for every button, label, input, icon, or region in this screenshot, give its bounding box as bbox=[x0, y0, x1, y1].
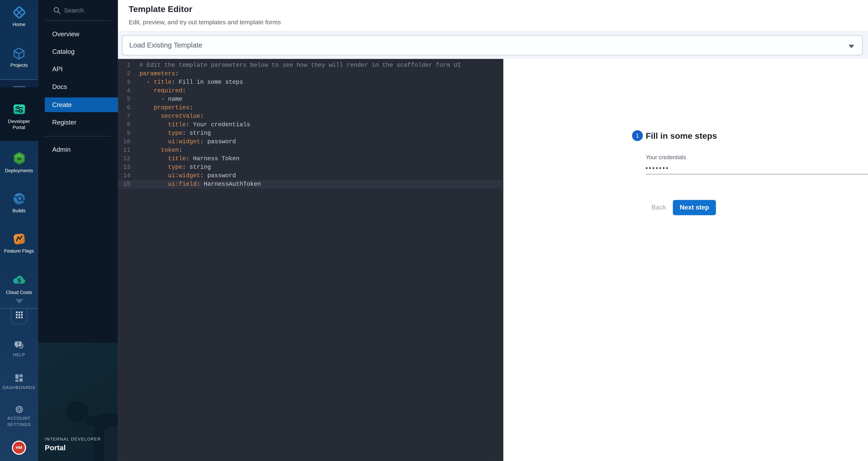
code-line[interactable]: 2parameters: bbox=[118, 70, 503, 78]
decorative-rounded-rect-inner bbox=[104, 426, 118, 461]
sidebar-item-deployments[interactable]: ∞ Deployments bbox=[0, 151, 38, 174]
help-chat-icon: ? bbox=[13, 340, 24, 350]
code-lines: 1# Edit the template parameters below to… bbox=[118, 61, 503, 189]
sidebar-item-projects[interactable]: Projects bbox=[0, 46, 38, 68]
page-subtitle: Edit, preview, and try out templates and… bbox=[129, 19, 281, 26]
code-line[interactable]: 4 required: bbox=[118, 87, 503, 95]
step-number: 1 bbox=[636, 132, 639, 139]
sidebar-item-dashboards[interactable]: DASHBOARDS bbox=[0, 373, 38, 391]
sidebar-item-api[interactable]: API bbox=[38, 62, 118, 76]
sidebar-item-builds[interactable]: Builds bbox=[0, 192, 38, 214]
sidebar-item-label: Cloud Costs bbox=[0, 290, 38, 296]
step-number-badge: 1 bbox=[632, 130, 643, 141]
line-number: 12 bbox=[118, 155, 130, 163]
line-number: 11 bbox=[118, 146, 130, 155]
primary-sidebar: Home Projects bbox=[0, 0, 38, 461]
dashboards-icon bbox=[14, 373, 24, 383]
line-number: 3 bbox=[118, 78, 130, 87]
code-line[interactable]: 11 token: bbox=[118, 146, 503, 155]
code-line[interactable]: 12 title: Harness Token bbox=[118, 155, 503, 163]
sidebar-item-create[interactable]: Create bbox=[45, 97, 118, 112]
main-content: Template Editor Edit, preview, and try o… bbox=[118, 0, 868, 461]
code-line[interactable]: 3 - title: Fill in some steps bbox=[118, 78, 503, 87]
sidebar-item-admin[interactable]: Admin bbox=[38, 142, 118, 157]
sidebar-item-cloud-costs[interactable]: $ Cloud Costs bbox=[0, 273, 38, 296]
sidebar-item-register[interactable]: Register bbox=[38, 115, 118, 130]
line-number: 10 bbox=[118, 137, 130, 146]
deployments-icon: ∞ bbox=[12, 151, 26, 161]
sidebar-item-catalog[interactable]: Catalog bbox=[38, 44, 118, 59]
sidebar-divider bbox=[45, 136, 111, 136]
svg-text:?: ? bbox=[17, 341, 20, 347]
portal-brand: INTERNAL DEVELOPER Portal bbox=[45, 437, 101, 452]
line-number: 15 bbox=[118, 180, 130, 189]
sidebar-item-home[interactable]: Home bbox=[0, 5, 38, 28]
credentials-field-label: Your credentials bbox=[646, 154, 686, 160]
line-number: 4 bbox=[118, 87, 130, 95]
code-line[interactable]: 8 title: Your credentials bbox=[118, 121, 503, 129]
sidebar-item-label: HELP bbox=[0, 352, 38, 358]
template-picker-band: Load Existing Template bbox=[118, 31, 868, 59]
cloud-costs-icon: $ bbox=[12, 273, 26, 283]
code-line[interactable]: 7 secretValue: bbox=[118, 112, 503, 121]
code-line[interactable]: 14 ui:widget: password bbox=[118, 171, 503, 180]
line-number: 6 bbox=[118, 104, 130, 112]
sidebar-item-feature-flags[interactable]: Feature Flags bbox=[0, 232, 38, 255]
line-number: 8 bbox=[118, 121, 130, 129]
sidebar-item-account-settings[interactable]: ACCOUNT SETTINGS bbox=[0, 404, 38, 428]
back-button[interactable]: Back bbox=[650, 200, 668, 215]
credentials-password-input[interactable]: ••••••• bbox=[646, 165, 670, 171]
sidebar-item-docs[interactable]: Docs bbox=[38, 79, 118, 94]
builds-icon bbox=[12, 192, 26, 201]
developer-portal-icon bbox=[12, 102, 26, 112]
template-form-preview: 1 Fill in some steps Your credentials ••… bbox=[503, 59, 868, 461]
gear-icon bbox=[14, 404, 24, 414]
code-text: title: Harness Token bbox=[130, 155, 239, 163]
sidebar-search[interactable]: Search bbox=[38, 4, 118, 17]
next-step-button[interactable]: Next step bbox=[673, 200, 716, 215]
code-text: # Edit the template parameters below to … bbox=[130, 61, 461, 70]
line-number: 5 bbox=[118, 95, 130, 104]
module-switcher-button[interactable] bbox=[11, 308, 27, 325]
chevron-down-icon[interactable] bbox=[15, 299, 23, 303]
code-text: ui:widget: password bbox=[130, 171, 236, 180]
search-label: Search bbox=[64, 7, 84, 13]
code-text: type: string bbox=[130, 129, 211, 137]
sidebar-item-overview[interactable]: Overview bbox=[38, 27, 118, 41]
sidebar-item-developer-portal[interactable]: Developer Portal bbox=[0, 87, 38, 141]
user-avatar[interactable]: HM bbox=[12, 440, 26, 455]
code-line[interactable]: 13 type: string bbox=[118, 163, 503, 171]
line-number: 7 bbox=[118, 112, 130, 121]
code-line[interactable]: 15 ui:field: HarnessAuthToken bbox=[118, 180, 503, 189]
line-number: 13 bbox=[118, 163, 130, 171]
sidebar-item-help[interactable]: ? HELP bbox=[0, 340, 38, 358]
yaml-code-editor[interactable]: 1# Edit the template parameters below to… bbox=[118, 59, 503, 461]
code-line[interactable]: 1# Edit the template parameters below to… bbox=[118, 61, 503, 70]
step-title: Fill in some steps bbox=[646, 131, 717, 140]
sidebar-item-label: Home bbox=[0, 22, 38, 28]
code-text: token: bbox=[130, 146, 182, 155]
sidebar-item-label: ACCOUNT SETTINGS bbox=[4, 416, 34, 428]
code-text: ui:field: HarnessAuthToken bbox=[130, 180, 261, 189]
app-window: Home Projects bbox=[0, 0, 868, 461]
line-number: 9 bbox=[118, 129, 130, 137]
code-text: secretValue: bbox=[130, 112, 204, 121]
code-line[interactable]: 6 properties: bbox=[118, 104, 503, 112]
sidebar-item-label: Deployments bbox=[0, 168, 38, 174]
sidebar-item-label: Feature Flags bbox=[0, 248, 38, 254]
line-number: 1 bbox=[118, 61, 130, 70]
code-text: type: string bbox=[130, 163, 211, 171]
feature-flags-icon bbox=[12, 232, 26, 241]
code-line[interactable]: 10 ui:widget: password bbox=[118, 137, 503, 146]
load-existing-template-select[interactable]: Load Existing Template bbox=[122, 35, 863, 56]
portal-sidebar: Search Overview Catalog API Docs Create … bbox=[38, 0, 118, 461]
avatar-initials: HM bbox=[16, 445, 22, 450]
code-text: - title: Fill in some steps bbox=[130, 78, 243, 87]
code-text: title: Your credentials bbox=[130, 121, 250, 129]
sidebar-item-label: Projects bbox=[0, 62, 38, 68]
code-line[interactable]: 5 - name bbox=[118, 95, 503, 104]
cube-icon bbox=[12, 46, 26, 56]
harness-logo-icon bbox=[12, 5, 26, 15]
code-line[interactable]: 9 type: string bbox=[118, 129, 503, 137]
code-text: - name bbox=[130, 95, 182, 104]
